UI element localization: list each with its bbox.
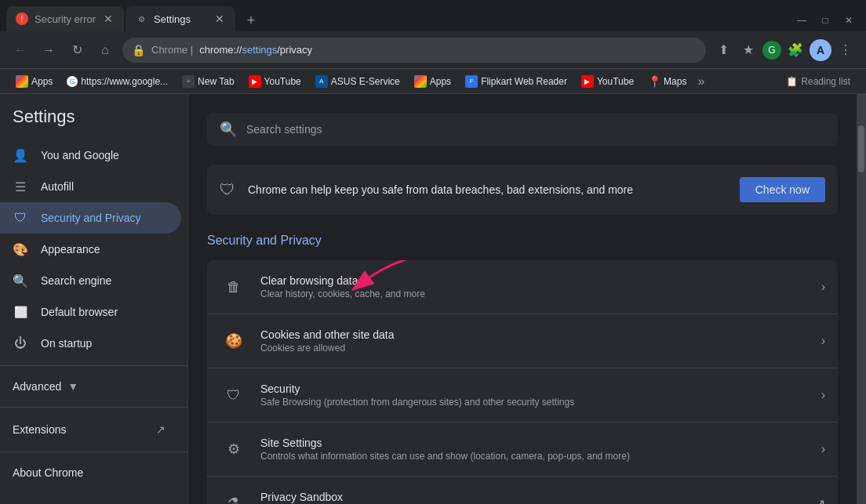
address-input[interactable]: 🔒 Chrome | chrome://settings/privacy [122,38,706,63]
newtab-favicon: + [182,75,195,88]
sidebar-item-autofill[interactable]: ☰ Autofill [0,171,181,202]
sidebar-label-search-engine: Search engine [41,274,111,287]
youtube1-favicon: ▶ [249,75,261,88]
bookmark-youtube2[interactable]: ▶ YouTube [575,74,640,89]
sidebar-divider2 [0,407,187,408]
bookmark-label-youtube2: YouTube [597,76,634,87]
section-title: Security and Privacy [207,234,838,248]
you-and-google-icon: 👤 [13,147,28,163]
sidebar-label-security-privacy: Security and Privacy [41,212,141,224]
reading-list-button[interactable]: 📋 Reading list [780,74,857,89]
tab-favicon-security: ! [16,13,28,25]
scrollbar-thumb[interactable] [858,125,864,172]
avatar-icon[interactable]: A [810,39,831,61]
back-button[interactable]: ← [9,39,31,61]
bookmark-label-youtube1: YouTube [264,76,301,87]
settings-row-clear-browsing[interactable]: 🗑 Clear browsing data Clear history, coo… [207,260,838,314]
sidebar-divider [0,365,187,366]
sidebar-label-about-chrome: About Chrome [13,466,83,479]
bookmark-apps2[interactable]: Apps [408,74,457,89]
lock-icon: 🔒 [132,44,145,56]
sidebar-item-search-engine[interactable]: 🔍 Search engine [0,265,181,296]
safety-banner: 🛡 Chrome can help keep you safe from dat… [207,165,838,215]
maximize-button[interactable]: □ [814,13,836,28]
settings-sidebar: Settings 👤 You and Google ☰ Autofill 🛡 S… [0,94,188,504]
cookies-title: Cookies and other site data [260,328,809,341]
advanced-chevron-icon: ▼ [67,380,78,393]
forward-button[interactable]: → [38,39,60,61]
security-row-icon: 🛡 [220,381,248,409]
sidebar-item-security-privacy[interactable]: 🛡 Security and Privacy [0,202,181,234]
cookies-arrow-icon: › [821,334,825,348]
asus-favicon: A [315,75,328,88]
bookmarks-bar: Apps G https://www.google... + New Tab ▶… [0,69,866,94]
sidebar-divider3 [0,451,187,452]
privacy-sandbox-content: Privacy Sandbox Trial features are on [260,491,802,504]
more-menu-icon[interactable]: ⋮ [835,39,857,61]
tab-settings[interactable]: ⚙ Settings ✕ [126,6,235,31]
clear-browsing-icon: 🗑 [220,273,248,301]
site-settings-arrow-icon: › [821,442,825,456]
bookmark-flipkart[interactable]: F Flipkart Web Reader [459,74,573,89]
bookmarks-more-button[interactable]: » [697,74,704,89]
search-input[interactable] [246,123,825,136]
bookmark-star-icon[interactable]: ★ [737,39,759,61]
bookmark-label-asus: ASUS E-Service [331,76,400,87]
bookmark-youtube1[interactable]: ▶ YouTube [242,74,307,89]
sidebar-item-extensions[interactable]: Extensions ↗ [0,414,181,445]
settings-row-security[interactable]: 🛡 Security Safe Browsing (protection fro… [207,368,838,422]
default-browser-icon: ⬜ [13,304,28,320]
bookmark-label-apps1: Apps [31,76,53,87]
search-icon: 🔍 [220,121,237,138]
tab-favicon-settings: ⚙ [135,13,147,25]
clear-browsing-content: Clear browsing data Clear history, cooki… [260,274,809,299]
settings-row-cookies[interactable]: 🍪 Cookies and other site data Cookies ar… [207,314,838,368]
sidebar-item-on-startup[interactable]: ⏻ On startup [0,328,181,359]
sidebar-item-appearance[interactable]: 🎨 Appearance [0,234,181,265]
safety-shield-icon: 🛡 [220,181,235,199]
tab-bar: ! Security error ✕ ⚙ Settings ✕ + — □ ✕ [0,0,866,31]
home-button[interactable]: ⌂ [94,39,116,61]
settings-row-site-settings[interactable]: ⚙ Site Settings Controls what informatio… [207,422,838,477]
sidebar-item-about-chrome[interactable]: About Chrome [0,459,181,487]
site-settings-icon: ⚙ [220,435,248,463]
appearance-icon: 🎨 [13,241,28,257]
extension-green-icon[interactable]: G [762,41,781,60]
sidebar-label-you-and-google: You and Google [41,149,119,161]
settings-row-privacy-sandbox[interactable]: ⚗ Privacy Sandbox Trial features are on … [207,477,838,504]
new-tab-button[interactable]: + [240,9,262,31]
bookmark-asus[interactable]: A ASUS E-Service [309,74,406,89]
tab-security-error[interactable]: ! Security error ✕ [6,6,124,31]
bookmark-apps1[interactable]: Apps [9,74,59,89]
browser-frame: ! Security error ✕ ⚙ Settings ✕ + — □ ✕ … [0,0,866,504]
tab-close-settings[interactable]: ✕ [213,11,226,27]
security-privacy-icon: 🛡 [13,210,28,226]
sidebar-item-you-and-google[interactable]: 👤 You and Google [0,140,181,171]
bookmark-newtab[interactable]: + New Tab [176,74,240,89]
share-icon[interactable]: ⬆ [712,39,734,61]
site-settings-content: Site Settings Controls what information … [260,437,809,462]
sidebar-item-default-browser[interactable]: ⬜ Default browser [0,296,181,328]
bookmark-google[interactable]: G https://www.google... [60,74,174,89]
site-settings-subtitle: Controls what information sites can use … [260,451,809,462]
check-now-button[interactable]: Check now [740,177,825,202]
security-subtitle: Safe Browsing (protection from dangerous… [260,397,809,408]
security-arrow-icon: › [821,388,825,402]
close-button[interactable]: ✕ [838,13,860,28]
minimize-button[interactable]: — [791,13,813,28]
tab-close-security[interactable]: ✕ [102,11,115,27]
address-site: Chrome | [151,44,193,56]
extension-puzzle-icon[interactable]: 🧩 [784,39,806,61]
sidebar-title: Settings [0,107,187,140]
scrollbar[interactable] [857,94,866,504]
bookmark-label-maps: Maps [664,76,686,87]
safety-text: Chrome can help keep you safe from data … [248,183,727,196]
google-favicon: G [67,76,78,87]
cookies-subtitle: Cookies are allowed [260,343,809,354]
bookmark-maps[interactable]: 📍 Maps [642,74,693,89]
apps2-favicon [414,75,427,88]
tab-title-settings: Settings [154,13,207,25]
sidebar-item-advanced[interactable]: Advanced ▼ [0,372,187,401]
refresh-button[interactable]: ↻ [66,39,88,61]
security-content: Security Safe Browsing (protection from … [260,383,809,408]
